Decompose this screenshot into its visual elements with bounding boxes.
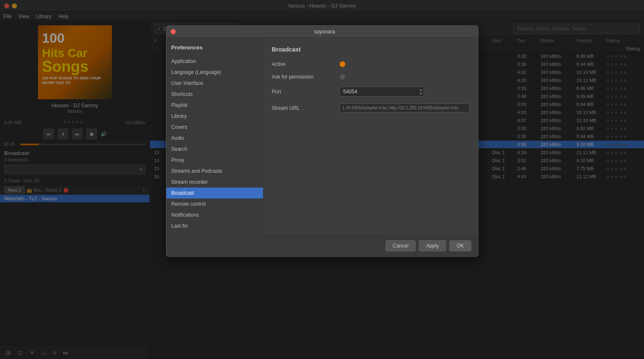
- prefs-item-library[interactable]: Library: [166, 111, 263, 122]
- modal-close-button[interactable]: [171, 29, 176, 34]
- prefs-item-last.fm[interactable]: Last.fm: [166, 220, 263, 231]
- prefs-item-proxy[interactable]: Proxy: [166, 155, 263, 166]
- apply-button[interactable]: Apply: [419, 240, 446, 251]
- prefs-item-shortcuts[interactable]: Shortcuts: [166, 89, 263, 100]
- prefs-item-search[interactable]: Search: [166, 144, 263, 155]
- url-label: Stream URL: [272, 105, 340, 111]
- active-toggle[interactable]: [340, 61, 345, 67]
- preferences-sidebar: Preferences ApplicationLanguage (Languag…: [166, 38, 264, 235]
- permission-label: Ask for permission: [272, 74, 340, 80]
- ok-button[interactable]: OK: [449, 240, 471, 251]
- modal-body: Preferences ApplicationLanguage (Languag…: [166, 38, 478, 235]
- prefs-item-application[interactable]: Application: [166, 56, 263, 67]
- prefs-item-language-language[interactable]: Language (Language): [166, 67, 263, 78]
- prefs-item-covers[interactable]: Covers: [166, 122, 263, 133]
- section-title: Broadcast: [272, 46, 470, 53]
- cancel-button[interactable]: Cancel: [386, 240, 416, 251]
- port-value: 54054: [343, 89, 357, 95]
- preferences-title: Preferences: [166, 41, 263, 56]
- port-spinners: ▲ ▼: [419, 87, 423, 96]
- prefs-item-playlist[interactable]: Playlist: [166, 100, 263, 111]
- preferences-modal: sayonara Preferences ApplicationLanguage…: [166, 25, 478, 257]
- prefs-field-active: Active: [272, 61, 470, 67]
- prefs-item-notifications[interactable]: Notifications: [166, 209, 263, 220]
- modal-overlay: sayonara Preferences ApplicationLanguage…: [0, 0, 644, 359]
- prefs-item-remote-control[interactable]: Remote control: [166, 199, 263, 209]
- port-input[interactable]: 54054 ▲ ▼: [340, 87, 424, 97]
- active-label: Active: [272, 61, 340, 67]
- preferences-content: Broadcast Active Ask for permission Port…: [264, 38, 478, 235]
- prefs-item-streams-and-podcasts[interactable]: Streams and Podcasts: [166, 166, 263, 177]
- stream-url-value: 1.34:54054/playlist.m3u; http://10.2.250…: [340, 103, 470, 112]
- prefs-item-user-interface[interactable]: User Interface: [166, 78, 263, 89]
- modal-titlebar: sayonara: [166, 26, 478, 38]
- modal-title: sayonara: [176, 29, 474, 35]
- prefs-field-url: Stream URL 1.34:54054/playlist.m3u; http…: [272, 103, 470, 112]
- permission-toggle[interactable]: [340, 74, 345, 80]
- prefs-item-stream-recorder[interactable]: Stream recorder: [166, 177, 263, 188]
- prefs-field-port: Port 54054 ▲ ▼: [272, 87, 470, 97]
- prefs-item-broadcast[interactable]: Broadcast: [166, 188, 263, 199]
- modal-footer: Cancel Apply OK: [166, 235, 478, 256]
- port-label: Port: [272, 89, 340, 95]
- prefs-field-permission: Ask for permission: [272, 74, 470, 80]
- port-up-button[interactable]: ▲: [419, 88, 423, 92]
- port-down-button[interactable]: ▼: [419, 92, 423, 95]
- prefs-item-audio[interactable]: Audio: [166, 133, 263, 144]
